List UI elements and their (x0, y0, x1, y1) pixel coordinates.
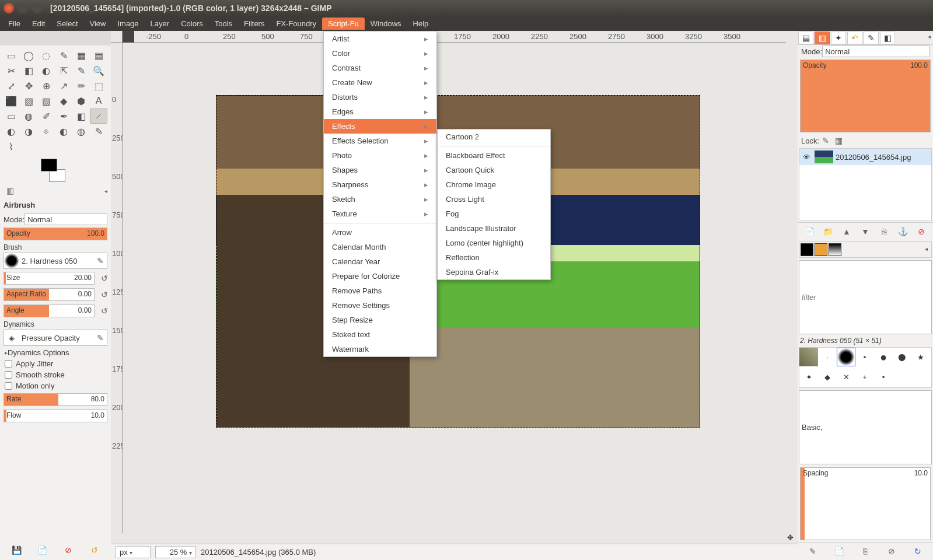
tool-icon[interactable]: ◌ (37, 48, 55, 63)
layer-down-icon[interactable]: ▼ (859, 225, 872, 238)
angle-slider[interactable]: Angle0.00 (4, 304, 95, 317)
brush-grid[interactable]: ·•●● ★✦◆✕+• (799, 347, 932, 388)
rate-slider[interactable]: Rate80.0 (4, 393, 107, 406)
restore-preset-icon[interactable]: 📄 (36, 544, 49, 556)
dynamics-options-expand[interactable]: ▸ Dynamics Options (5, 348, 106, 357)
menu-item[interactable]: Effects Selection▸ (324, 134, 436, 148)
tool-icon[interactable]: ✏ (72, 78, 90, 93)
tool-icon[interactable]: ⤢ (2, 78, 20, 93)
tool-icon[interactable]: ✂ (2, 63, 20, 78)
window-close-icon[interactable] (4, 3, 14, 13)
tool-icon[interactable]: ▭ (2, 48, 20, 63)
flow-slider[interactable]: Flow10.0 (4, 410, 107, 422)
vertical-scrollbar[interactable] (787, 43, 798, 533)
menu-item[interactable]: Sketch▸ (324, 192, 436, 206)
menu-item[interactable]: Create New▸ (324, 75, 436, 90)
tool-icon[interactable]: ◧ (20, 63, 37, 78)
menu-colors[interactable]: Colors (175, 18, 209, 30)
menu-item[interactable]: Calendar Year (324, 254, 436, 269)
smooth-stroke-check[interactable]: Smooth stroke (5, 370, 106, 379)
opacity-slider[interactable]: Opacity100.0 (4, 228, 107, 240)
menu-help[interactable]: Help (407, 18, 435, 30)
tool-icon[interactable]: A (90, 93, 107, 108)
menu-item[interactable]: Blackboard Effect (438, 148, 550, 163)
pal-black-icon[interactable] (801, 243, 813, 256)
layer-mode-select[interactable]: Normal (822, 46, 929, 57)
tool-icon[interactable]: ✎ (90, 124, 107, 139)
tool-icon[interactable]: ◧ (72, 108, 90, 124)
tool-icon[interactable]: ⌇ (2, 139, 20, 154)
menu-fxfoundry[interactable]: FX-Foundry (270, 18, 322, 30)
pal-orange-icon[interactable] (815, 243, 827, 256)
menu-item[interactable]: Photo▸ (324, 148, 436, 163)
tool-icon[interactable]: ◍ (20, 108, 37, 124)
tool-icon[interactable]: ◯ (20, 48, 37, 63)
brush-filter-input[interactable] (799, 260, 932, 334)
dynamics-edit-icon[interactable]: ✎ (94, 331, 107, 344)
menu-item[interactable]: Arrow (324, 225, 436, 240)
tool-icon[interactable]: ▦ (72, 48, 90, 63)
layer-visible-icon[interactable]: 👁 (801, 153, 812, 162)
tab-layers-icon[interactable]: ▤ (798, 32, 813, 44)
tool-icon[interactable]: ⬛ (2, 93, 20, 108)
tool-icon[interactable]: ⟐ (37, 124, 55, 139)
fg-color-icon[interactable] (41, 159, 57, 172)
brush-refresh-icon[interactable]: ↻ (911, 545, 924, 558)
brush-edit-icon[interactable]: ✎ (806, 545, 819, 558)
size-reset-icon[interactable]: ↺ (98, 272, 111, 285)
menu-tools[interactable]: Tools (209, 18, 238, 30)
menu-select[interactable]: Select (51, 18, 83, 30)
layer-group-icon[interactable]: 📁 (822, 225, 834, 238)
tool-icon[interactable]: ◍ (72, 124, 90, 139)
tool-icon[interactable]: ⊕ (37, 78, 55, 93)
tool-icon[interactable]: ⬢ (72, 93, 90, 108)
menu-item[interactable]: Fog (438, 206, 550, 221)
menu-item[interactable]: Contrast▸ (324, 61, 436, 75)
menu-item[interactable]: Calendar Month (324, 240, 436, 254)
menu-item[interactable]: Cross Light (438, 192, 550, 206)
menu-item[interactable]: Distorts▸ (324, 90, 436, 104)
menu-item[interactable]: Color▸ (324, 46, 436, 61)
aspect-reset-icon[interactable]: ↺ (98, 288, 111, 301)
menu-item[interactable]: Stoked text (324, 327, 436, 342)
angle-reset-icon[interactable]: ↺ (98, 304, 111, 317)
tool-icon[interactable]: ✎ (72, 63, 90, 78)
reset-preset-icon[interactable]: ↺ (88, 544, 101, 556)
menu-item[interactable]: Edges▸ (324, 104, 436, 119)
tab-paths-icon[interactable]: ✦ (831, 32, 846, 44)
menu-item[interactable]: Watermark (324, 342, 436, 356)
menu-edit[interactable]: Edit (26, 18, 51, 30)
tool-icon[interactable]: ▭ (2, 108, 20, 124)
nav-corner-icon[interactable]: ✥ (787, 533, 798, 544)
lock-pixels-icon[interactable]: ✎ (819, 134, 832, 147)
tool-icon[interactable]: ✒ (55, 108, 72, 124)
tool-icon[interactable]: 🔍 (90, 63, 107, 78)
brush-edit-icon[interactable]: ✎ (94, 254, 107, 267)
brush-new-icon[interactable]: 📄 (833, 545, 845, 558)
menu-image[interactable]: Image (111, 18, 144, 30)
layer-dup-icon[interactable]: ⎘ (878, 225, 890, 238)
size-slider[interactable]: Size20.00 (4, 272, 95, 285)
tab-undo-icon[interactable]: ↶ (847, 32, 862, 44)
layer-row[interactable]: 👁 20120506_145654.jpg (799, 149, 931, 165)
tool-icon[interactable]: ✎ (55, 48, 72, 63)
menu-item[interactable]: Sepoina Graf-ix (438, 265, 550, 279)
window-maximize-icon[interactable] (32, 3, 42, 13)
tool-options-tab-icon[interactable]: ▥ (4, 184, 16, 197)
mode-select[interactable]: Normal (25, 214, 107, 225)
layer-name[interactable]: 20120506_145654.jpg (836, 153, 911, 162)
panel-menu-icon[interactable]: ◂ (925, 31, 933, 44)
menu-item[interactable]: Lomo (center highlight) (438, 236, 550, 250)
tool-icon[interactable]: ▧ (20, 93, 37, 108)
layer-delete-icon[interactable]: ⊘ (915, 225, 928, 238)
menu-item[interactable]: Prepare for Colorize (324, 269, 436, 284)
tool-icon[interactable]: ◐ (2, 124, 20, 139)
pal-grad-icon[interactable] (829, 243, 841, 256)
aspect-slider[interactable]: Aspect Ratio0.00 (4, 288, 95, 301)
dynamics-select[interactable]: ◈ Pressure Opacity ✎ (4, 330, 107, 346)
tool-icon[interactable]: ⇱ (55, 63, 72, 78)
motion-only-check[interactable]: Motion only (5, 382, 106, 390)
menu-item[interactable]: Step Resize (324, 313, 436, 327)
horizontal-scrollbar[interactable] (123, 533, 787, 544)
menu-item[interactable]: Sharpness▸ (324, 177, 436, 192)
